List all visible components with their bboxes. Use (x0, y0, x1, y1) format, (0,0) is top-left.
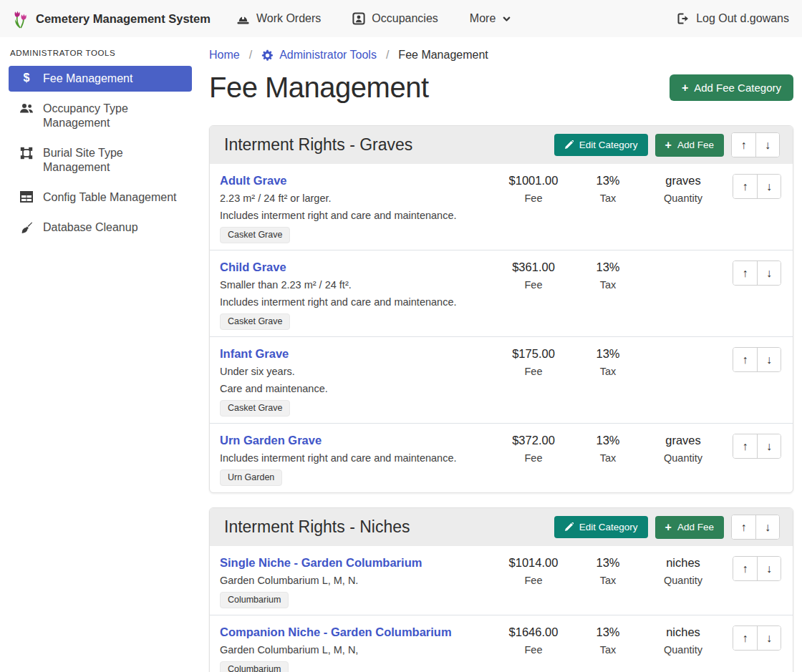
sidebar-item-database-cleanup[interactable]: Database Cleanup (9, 215, 192, 240)
fee-description: 2.23 m² / 24 ft² or larger. (220, 193, 489, 204)
fee-row-actions: ↑↓ (723, 174, 781, 199)
breadcrumb-separator: / (249, 49, 252, 62)
arrow-down-icon: ↓ (766, 181, 772, 193)
fee-amount-label: Fee (495, 644, 572, 656)
add-fee-category-button[interactable]: + Add Fee Category (670, 74, 793, 101)
arrow-up-icon: ↑ (743, 268, 748, 279)
fee-move-down-button[interactable]: ↓ (757, 348, 781, 371)
chevron-down-icon (502, 14, 511, 24)
fee-amount-column: $1001.00Fee (495, 174, 572, 204)
edit-category-button[interactable]: Edit Category (554, 134, 648, 156)
logout-label: Log Out d.gowans (696, 12, 789, 25)
fee-type-badge: Casket Grave (220, 400, 290, 417)
fee-move-up-button[interactable]: ↑ (733, 261, 757, 285)
tax-rate-column: 13%Tax (572, 347, 644, 377)
fee-move-up-button[interactable]: ↑ (733, 434, 757, 458)
add-fee-button[interactable]: +Add Fee (655, 134, 724, 157)
fee-move-down-button[interactable]: ↓ (757, 434, 781, 458)
quantity-value: graves (644, 434, 723, 447)
fee-name-link[interactable]: Adult Grave (220, 174, 287, 187)
arrow-down-icon: ↓ (766, 633, 772, 644)
sidebar-item-occupancy-type-management[interactable]: Occupancy Type Management (9, 96, 192, 136)
arrow-up-icon: ↑ (743, 633, 748, 644)
fee-move-down-button[interactable]: ↓ (757, 261, 781, 285)
category-header: Interment Rights - NichesEdit Category+A… (210, 508, 793, 546)
fee-description: Under six years. (220, 366, 489, 377)
fee-move-up-button[interactable]: ↑ (733, 557, 757, 580)
fee-move-up-button[interactable]: ↑ (733, 626, 757, 650)
nav-item-occupancies[interactable]: Occupancies (352, 12, 438, 25)
category-title: Interment Rights - Graves (224, 135, 547, 155)
fee-move-down-button[interactable]: ↓ (757, 175, 781, 198)
fee-row-actions: ↑↓ (723, 347, 781, 372)
fee-description: Includes interment right and care and ma… (220, 296, 489, 308)
nav-item-more[interactable]: More (470, 12, 511, 25)
fee-name-link[interactable]: Urn Garden Grave (220, 434, 322, 447)
fee-details: Companion Niche - Garden ColumbariumGard… (220, 625, 495, 672)
gear-icon (261, 49, 274, 62)
category-move-up-button[interactable]: ↑ (732, 133, 755, 157)
app-brand[interactable]: Cemetery Management System (13, 9, 211, 29)
breadcrumb-label: Home (209, 49, 240, 62)
fee-move-down-button[interactable]: ↓ (757, 626, 781, 650)
fee-row-actions: ↑↓ (723, 260, 781, 286)
category-move-up-button[interactable]: ↑ (732, 515, 755, 539)
fee-reorder-controls: ↑↓ (733, 174, 781, 199)
plus-icon: + (682, 82, 688, 94)
fee-badges: Columbarium (220, 661, 489, 672)
fee-name-link[interactable]: Single Niche - Garden Columbarium (220, 556, 422, 569)
nav-item-work-orders[interactable]: Work Orders (236, 12, 321, 25)
category-move-down-button[interactable]: ↓ (755, 133, 779, 157)
breadcrumb-item-administrator-tools[interactable]: Administrator Tools (261, 49, 377, 62)
sidebar-item-label: Fee Management (43, 72, 132, 86)
sidebar-item-config-table-management[interactable]: Config Table Management (9, 185, 192, 210)
sidebar-item-burial-site-type-management[interactable]: Burial Site Type Management (9, 140, 192, 180)
fee-category-card: Interment Rights - NichesEdit Category+A… (209, 507, 793, 672)
quantity-column: nichesQuantity (644, 625, 723, 656)
fee-name-link[interactable]: Infant Grave (220, 347, 289, 360)
category-reorder-controls: ↑↓ (731, 132, 780, 157)
quantity-column: nichesQuantity (644, 556, 723, 586)
pencil-icon (564, 140, 574, 150)
fee-move-down-button[interactable]: ↓ (757, 557, 781, 580)
fee-name-link[interactable]: Companion Niche - Garden Columbarium (220, 625, 452, 638)
fee-reorder-controls: ↑↓ (733, 260, 781, 286)
people-icon (19, 102, 34, 114)
arrow-up-icon: ↑ (743, 563, 748, 575)
breadcrumb-item-home[interactable]: Home (209, 49, 240, 62)
logout-button[interactable]: Log Out d.gowans (677, 12, 789, 25)
quantity-column: gravesQuantity (644, 434, 723, 464)
fee-row: Urn Garden GraveIncludes interment right… (210, 424, 793, 492)
fee-move-up-button[interactable]: ↑ (733, 175, 757, 198)
add-fee-button[interactable]: +Add Fee (655, 516, 724, 539)
fee-amount-value: $1014.00 (495, 556, 572, 569)
category-move-down-button[interactable]: ↓ (755, 515, 779, 539)
fee-amount-column: $175.00Fee (495, 347, 572, 377)
plus-icon: + (665, 140, 672, 151)
logout-icon (677, 12, 690, 25)
category-title: Interment Rights - Niches (224, 517, 547, 537)
fee-type-badge: Urn Garden (220, 469, 282, 486)
fee-amount-label: Fee (495, 279, 572, 291)
fee-type-badge: Casket Grave (220, 227, 290, 243)
fee-type-badge: Casket Grave (220, 313, 290, 330)
fee-move-up-button[interactable]: ↑ (733, 348, 757, 371)
vector-square-icon (19, 147, 34, 160)
quantity-value: niches (644, 556, 723, 569)
fee-amount-value: $372.00 (495, 434, 572, 447)
tax-rate-column: 13%Tax (572, 260, 644, 291)
edit-category-button[interactable]: Edit Category (554, 516, 648, 538)
sidebar-item-fee-management[interactable]: $Fee Management (9, 66, 192, 92)
fee-badges: Casket Grave (220, 313, 489, 330)
breadcrumb: Home/Administrator Tools/Fee Management (209, 49, 793, 62)
fee-row: Single Niche - Garden ColumbariumGarden … (210, 546, 793, 615)
arrow-down-icon: ↓ (766, 563, 772, 575)
fee-details: Urn Garden GraveIncludes interment right… (220, 434, 495, 486)
tax-rate-label: Tax (572, 366, 644, 377)
arrow-up-icon: ↑ (743, 354, 748, 366)
breadcrumb-label: Administrator Tools (279, 49, 377, 62)
arrow-down-icon: ↓ (765, 522, 770, 533)
fee-amount-label: Fee (495, 366, 572, 377)
fee-name-link[interactable]: Child Grave (220, 260, 286, 273)
fee-details: Child GraveSmaller than 2.23 m² / 24 ft²… (220, 260, 495, 330)
